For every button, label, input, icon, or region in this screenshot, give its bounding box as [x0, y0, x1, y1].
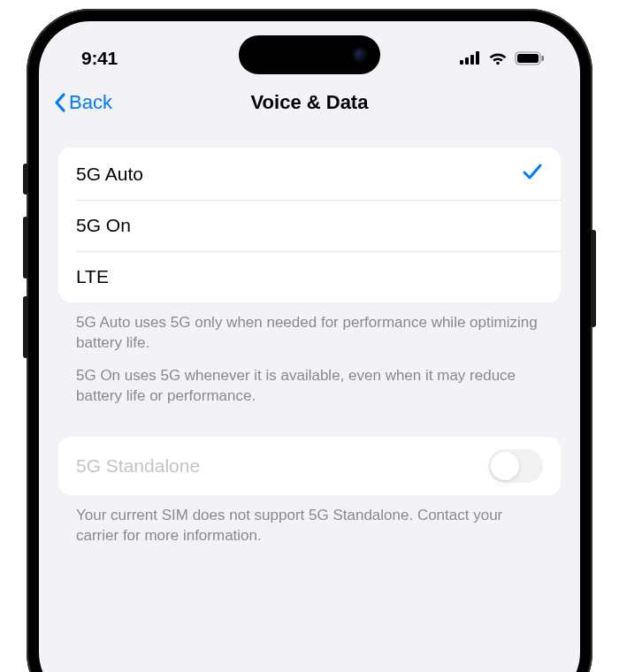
dynamic-island	[239, 35, 380, 74]
standalone-label: 5G Standalone	[76, 455, 200, 477]
standalone-footer: Your current SIM does not support 5G Sta…	[58, 495, 561, 546]
side-button	[23, 164, 28, 195]
standalone-group: 5G Standalone	[58, 437, 561, 495]
volume-up-button	[23, 217, 28, 279]
svg-rect-3	[476, 51, 479, 65]
svg-rect-7	[542, 56, 545, 61]
battery-icon	[515, 51, 545, 65]
svg-rect-2	[470, 55, 474, 65]
status-indicators	[460, 51, 545, 65]
option-label: 5G On	[76, 215, 131, 236]
standalone-toggle-row: 5G Standalone	[58, 437, 561, 495]
toggle-knob	[491, 452, 519, 480]
back-button[interactable]: Back	[53, 91, 112, 114]
option-label: 5G Auto	[76, 164, 143, 185]
cellular-icon	[460, 51, 481, 65]
content: 5G Auto 5G On LTE 5G Auto uses 5G only w…	[39, 126, 580, 546]
front-camera	[354, 49, 366, 61]
power-button	[591, 230, 596, 327]
page-title: Voice & Data	[251, 91, 369, 114]
option-5g-auto[interactable]: 5G Auto	[58, 148, 561, 200]
option-label: LTE	[76, 266, 109, 287]
svg-rect-1	[465, 57, 469, 65]
wifi-icon	[488, 51, 508, 65]
svg-rect-0	[460, 60, 463, 65]
footer-text-2: 5G On uses 5G whenever it is available, …	[58, 354, 561, 407]
back-label: Back	[69, 91, 112, 114]
phone-frame: 9:41	[27, 9, 592, 672]
nav-bar: Back Voice & Data	[39, 79, 580, 126]
checkmark-icon	[522, 162, 543, 186]
footer-text-1: 5G Auto uses 5G only when needed for per…	[58, 302, 561, 354]
option-5g-on[interactable]: 5G On	[58, 200, 561, 251]
spacer	[58, 407, 561, 437]
svg-rect-6	[517, 54, 539, 63]
status-time: 9:41	[81, 48, 118, 69]
screen: 9:41	[39, 21, 580, 672]
option-lte[interactable]: LTE	[58, 251, 561, 302]
chevron-left-icon	[53, 92, 67, 113]
voice-data-options-group: 5G Auto 5G On LTE	[58, 148, 561, 302]
svg-point-4	[496, 61, 500, 65]
volume-down-button	[23, 296, 28, 358]
standalone-toggle[interactable]	[488, 449, 543, 483]
